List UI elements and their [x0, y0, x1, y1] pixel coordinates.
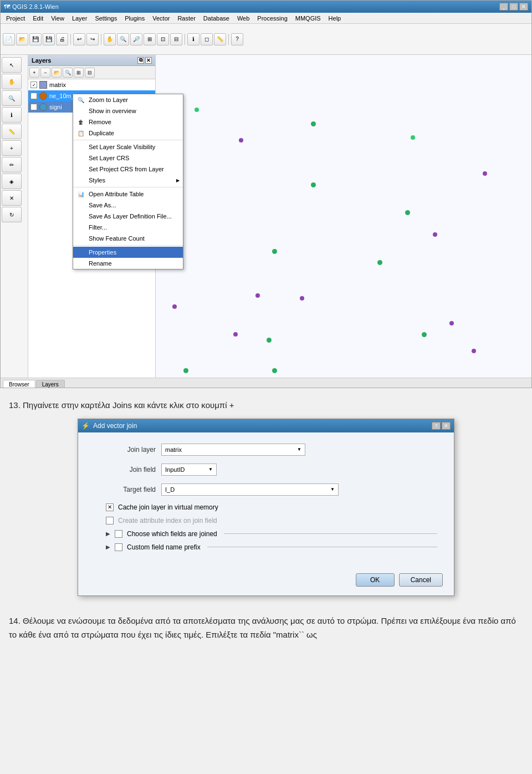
dialog-section: ⚡ Add vector join ? ✕ Join layer matrix … [0, 419, 532, 605]
join-layer-label: Join layer [95, 446, 161, 454]
choose-fields-checkbox[interactable] [115, 530, 122, 538]
layer-item-matrix[interactable]: ✓ matrix [28, 79, 155, 90]
pan-tool[interactable]: ✋ [2, 74, 22, 89]
dialog-title: Add vector join [93, 422, 137, 430]
remove-layer-button[interactable]: − [40, 68, 50, 78]
title-bar-controls[interactable]: _ □ ✕ [499, 3, 528, 11]
new-project-button[interactable]: 📄 [3, 33, 15, 45]
ctx-rename[interactable]: Rename [73, 258, 183, 269]
ctx-set-scale-visibility[interactable]: Set Layer Scale Visibility [73, 141, 183, 152]
edit-tool[interactable]: ✏ [2, 157, 22, 172]
zoom-full-button[interactable]: ⊞ [144, 33, 156, 45]
ctx-set-project-crs[interactable]: Set Project CRS from Layer [73, 164, 183, 175]
ctx-open-attribute-table[interactable]: 📊 Open Attribute Table [73, 189, 183, 200]
map-dot [311, 121, 316, 126]
zoom-in-button[interactable]: 🔍 [117, 33, 129, 45]
ctx-duplicate[interactable]: 📋 Duplicate [73, 128, 183, 139]
menu-mmqgis[interactable]: MMQGIS [292, 14, 324, 23]
cache-checkbox[interactable]: ✕ [106, 503, 114, 511]
dialog-close-button[interactable]: ✕ [442, 422, 451, 430]
menu-project[interactable]: Project [3, 14, 28, 23]
ctx-save-as[interactable]: Save As... [73, 200, 183, 211]
menu-layer[interactable]: Layer [69, 14, 91, 23]
menu-settings[interactable]: Settings [91, 14, 120, 23]
target-field-select[interactable]: I_D ▼ [161, 483, 339, 496]
zoom-selected-button[interactable]: ⊟ [170, 33, 182, 45]
ctx-save-as-def[interactable]: Save As Layer Definition File... [73, 211, 183, 222]
layer-checkbox-ne10m[interactable]: ✗ [30, 93, 37, 99]
add-feature-tool[interactable]: + [2, 140, 22, 156]
ctx-show-feature-count[interactable]: Show Feature Count [73, 233, 183, 244]
open-layer-button[interactable]: 📂 [52, 68, 62, 78]
collapse-all-button[interactable]: ⊟ [85, 68, 95, 78]
zoom-tool[interactable]: 🔍 [2, 90, 22, 106]
measure-tool[interactable]: 📏 [2, 124, 22, 139]
ctx-styles[interactable]: Styles [73, 175, 183, 186]
index-checkbox[interactable] [106, 517, 114, 525]
open-project-button[interactable]: 📂 [16, 33, 28, 45]
menu-help[interactable]: Help [325, 14, 345, 23]
zoom-out-button[interactable]: 🔎 [130, 33, 142, 45]
menu-web[interactable]: Web [234, 14, 253, 23]
ctx-set-layer-crs[interactable]: Set Layer CRS [73, 152, 183, 164]
maximize-button[interactable]: □ [509, 3, 518, 11]
menu-raster[interactable]: Raster [174, 14, 198, 23]
ctx-filter[interactable]: Filter... [73, 222, 183, 233]
join-layer-select[interactable]: matrix ▼ [161, 444, 305, 456]
join-field-select[interactable]: InputID ▼ [161, 464, 217, 476]
vertex-tool[interactable]: ◈ [2, 174, 22, 189]
save-project-button[interactable]: 💾 [29, 33, 42, 45]
measure-button[interactable]: 📏 [214, 33, 226, 45]
identify-tool[interactable]: ℹ [2, 107, 22, 123]
target-field-label: Target field [95, 486, 161, 493]
tab-browser[interactable]: Browser [3, 380, 35, 388]
menu-view[interactable]: View [48, 14, 68, 23]
delete-tool[interactable]: ✕ [2, 190, 22, 206]
close-button[interactable]: ✕ [519, 3, 528, 11]
select-tool[interactable]: ↖ [2, 57, 22, 73]
choose-fields-expand[interactable]: ▶ [106, 531, 110, 537]
ctx-remove[interactable]: 🗑 Remove [73, 116, 183, 128]
ctx-show-overview[interactable]: Show in overview [73, 105, 183, 116]
pan-button[interactable]: ✋ [104, 33, 116, 45]
tab-layers[interactable]: Layers [36, 380, 65, 388]
custom-prefix-checkbox[interactable] [115, 543, 122, 551]
menu-vector[interactable]: Vector [149, 14, 173, 23]
filter-layer-button[interactable]: 🔍 [63, 68, 73, 78]
select-button[interactable]: ◻ [201, 33, 213, 45]
layer-checkbox-signi[interactable]: ✗ [30, 104, 37, 110]
menu-database[interactable]: Database [200, 14, 233, 23]
expand-all-button[interactable]: ⊞ [74, 68, 84, 78]
identify-button[interactable]: ℹ [187, 33, 200, 45]
index-row: Create attribute index on join field [95, 517, 437, 525]
undo-button[interactable]: ↩ [73, 33, 85, 45]
dialog-help-button[interactable]: ? [432, 422, 441, 430]
save-as-button[interactable]: 💾 [43, 33, 55, 45]
map-dot [300, 296, 304, 301]
context-menu: 🔍 Zoom to Layer Show in overview 🗑 Remov… [73, 94, 183, 269]
toolbar-sep-4 [228, 34, 229, 45]
map-dot [255, 293, 260, 298]
layers-undock-button[interactable]: ⧉ [137, 57, 144, 64]
rotate-tool[interactable]: ↻ [2, 207, 22, 222]
help-button[interactable]: ? [231, 33, 243, 45]
layer-checkbox-matrix[interactable]: ✓ [30, 82, 37, 88]
ctx-properties[interactable]: Properties [73, 247, 183, 258]
minimize-button[interactable]: _ [499, 3, 508, 11]
menu-processing[interactable]: Processing [254, 14, 290, 23]
ok-button[interactable]: OK [356, 573, 395, 587]
ctx-zoom-to-layer[interactable]: 🔍 Zoom to Layer [73, 94, 183, 105]
menu-plugins[interactable]: Plugins [121, 14, 148, 23]
redo-button[interactable]: ↪ [86, 33, 99, 45]
add-layer-button[interactable]: + [29, 68, 39, 78]
layers-close-button[interactable]: ✕ [145, 57, 152, 64]
menu-edit[interactable]: Edit [29, 14, 47, 23]
add-vector-join-dialog: ⚡ Add vector join ? ✕ Join layer matrix … [78, 419, 454, 596]
layer-name-matrix: matrix [49, 82, 66, 88]
zoom-layer-button[interactable]: ⊡ [157, 33, 169, 45]
custom-prefix-expand[interactable]: ▶ [106, 544, 110, 550]
cancel-button[interactable]: Cancel [399, 573, 443, 587]
print-button[interactable]: 🖨 [56, 33, 68, 45]
map-canvas[interactable] [156, 55, 531, 378]
ctx-sep-3 [73, 245, 183, 246]
